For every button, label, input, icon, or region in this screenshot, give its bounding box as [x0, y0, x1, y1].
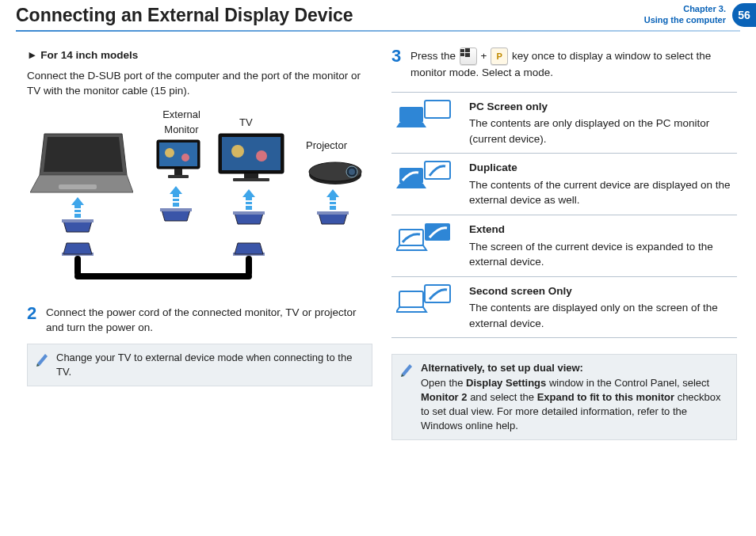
mode-name: Duplicate	[469, 160, 732, 176]
note-dual-view: Alternatively, to set up dual view: Open…	[391, 354, 737, 440]
mode-desc: The screen of the current device is expa…	[469, 241, 713, 268]
svg-marker-38	[319, 213, 347, 224]
cable-segment	[74, 273, 252, 279]
svg-rect-5	[159, 143, 197, 166]
page-title: Connecting an External Display Device	[16, 5, 353, 26]
step3-part-a: Press the	[410, 50, 459, 62]
plus-sign: +	[481, 50, 487, 62]
step-3: 3 Press the + P key once to display a wi…	[391, 48, 737, 81]
svg-rect-37	[233, 211, 265, 215]
svg-rect-54	[425, 223, 450, 241]
tv-icon	[217, 132, 285, 184]
note-tv-mode: Change your TV to external device mode w…	[27, 344, 372, 386]
duplicate-icon	[396, 160, 453, 196]
alt-b2: Monitor 2	[421, 391, 468, 403]
external-monitor-icon	[155, 139, 201, 183]
label-projector: Projector	[306, 139, 347, 154]
triangle-marker: ►	[27, 49, 37, 61]
left-column: ► For 14 inch models Connect the D-SUB p…	[27, 48, 372, 440]
mode-desc: The contents are displayed only on the s…	[469, 302, 718, 329]
note-icon	[400, 363, 414, 433]
svg-rect-21	[74, 208, 81, 210]
chapter-text: Chapter 3. Using the computer	[644, 4, 726, 26]
windows-key-icon	[460, 48, 477, 65]
svg-rect-33	[62, 219, 94, 222]
vga-connector-icon	[62, 219, 94, 234]
svg-rect-55	[399, 230, 423, 245]
right-column: 3 Press the + P key once to display a wi…	[391, 48, 737, 440]
table-row: Duplicate The contents of the current de…	[391, 154, 737, 215]
table-row: PC Screen only The contents are only dis…	[391, 92, 737, 154]
svg-marker-1	[44, 137, 123, 172]
alt-a: Open the	[421, 377, 466, 389]
svg-rect-9	[168, 175, 189, 178]
svg-rect-22	[74, 212, 81, 214]
monitor-mode-table: PC Screen only The contents are only dis…	[391, 92, 737, 339]
vga-connector-icon	[317, 211, 349, 226]
svg-marker-29	[326, 189, 339, 210]
svg-rect-47	[465, 53, 470, 57]
vga-connector-icon	[160, 208, 192, 222]
svg-rect-52	[399, 168, 423, 184]
svg-marker-56	[396, 245, 426, 250]
step-2: 2 Connect the power cord of the connecte…	[27, 305, 372, 336]
svg-marker-26	[242, 189, 255, 210]
svg-marker-34	[162, 210, 190, 221]
svg-rect-48	[425, 101, 450, 118]
chapter-line1: Chapter 3.	[644, 4, 726, 15]
model-subhead: ► For 14 inch models	[27, 48, 372, 63]
svg-rect-24	[173, 197, 179, 199]
svg-point-6	[165, 148, 174, 158]
svg-marker-50	[396, 123, 426, 127]
svg-marker-59	[396, 307, 426, 312]
svg-marker-23	[170, 186, 182, 207]
svg-rect-35	[160, 208, 192, 211]
vga-connector-icon	[62, 241, 94, 256]
svg-marker-2	[30, 175, 133, 192]
mode-desc-cell: Duplicate The contents of the current de…	[464, 154, 737, 215]
svg-rect-57	[425, 285, 450, 302]
step-number-3: 3	[391, 48, 404, 81]
svg-rect-27	[246, 200, 252, 202]
svg-rect-8	[174, 169, 182, 175]
chapter-line2: Using the computer	[644, 15, 726, 26]
arrow-up-icon	[242, 189, 255, 210]
step-3-text: Press the + P key once to display a wind…	[410, 48, 737, 81]
laptop-icon	[30, 131, 133, 196]
model-subhead-text: For 14 inch models	[40, 49, 138, 61]
step-2-text: Connect the power cord of the connected …	[46, 305, 372, 336]
svg-rect-46	[460, 53, 464, 56]
alt-b: window in the Control Panel, select	[549, 377, 709, 389]
chapter-block: Chapter 3. Using the computer 56	[644, 3, 756, 27]
arrow-up-icon	[326, 189, 339, 210]
intro-text: Connect the D-SUB port of the computer a…	[27, 68, 372, 99]
table-row: Second screen Only The contents are disp…	[391, 276, 737, 338]
second-screen-icon	[396, 283, 453, 320]
arrow-up-icon	[71, 197, 84, 218]
connection-diagram: External Monitor TV Projector	[27, 104, 372, 294]
mode-name: Second screen Only	[469, 283, 732, 299]
extend-icon	[396, 222, 453, 258]
label-external-monitor: External Monitor	[154, 108, 209, 138]
mode-icon-cell	[391, 92, 464, 154]
note-icon	[36, 352, 50, 379]
svg-rect-25	[173, 201, 179, 203]
svg-marker-53	[396, 184, 426, 188]
mode-name: Extend	[469, 222, 732, 238]
mode-desc: The contents of the current device are d…	[469, 179, 730, 207]
cable-segment	[246, 256, 252, 276]
page-number: 56	[732, 3, 756, 27]
alt-c: and select the	[470, 391, 537, 403]
svg-rect-39	[317, 211, 349, 215]
svg-marker-43	[235, 243, 263, 254]
mode-desc-cell: PC Screen only The contents are only dis…	[464, 92, 737, 154]
svg-point-13	[256, 150, 267, 162]
svg-rect-28	[246, 204, 252, 206]
svg-rect-51	[425, 162, 450, 179]
mode-name: PC Screen only	[469, 99, 732, 115]
svg-rect-45	[465, 48, 470, 52]
arrow-up-icon	[170, 186, 182, 207]
vga-connector-icon	[233, 211, 265, 226]
mode-desc: The contents are only displayed on the P…	[469, 117, 709, 145]
pc-only-icon	[396, 99, 453, 135]
